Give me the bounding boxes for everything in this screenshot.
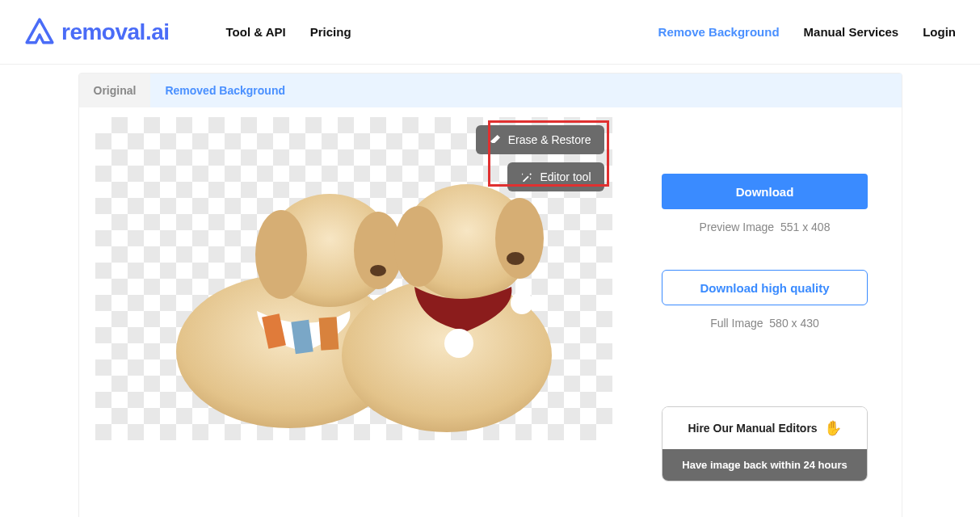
nav-tool-api[interactable]: Tool & API xyxy=(226,25,286,39)
result-tabs: Original Removed Background xyxy=(79,74,902,107)
magic-wand-icon xyxy=(520,170,533,183)
svg-point-7 xyxy=(495,198,544,279)
nav-manual-services[interactable]: Manual Services xyxy=(804,25,899,39)
tab-original[interactable]: Original xyxy=(79,74,151,107)
hand-icon: ✋ xyxy=(824,419,842,437)
header: removal.ai Tool & API Pricing Remove Bac… xyxy=(0,0,980,65)
editor-tool-label: Editor tool xyxy=(540,170,591,183)
svg-point-14 xyxy=(511,292,533,314)
tab-removed-background[interactable]: Removed Background xyxy=(150,74,300,107)
download-sidebar: Download Preview Image 551 x 408 Downloa… xyxy=(645,117,885,505)
nav-remove-background[interactable]: Remove Background xyxy=(658,25,780,39)
svg-point-9 xyxy=(507,252,524,265)
full-dimensions: Full Image 580 x 430 xyxy=(645,317,885,330)
preview-dimensions: Preview Image 551 x 408 xyxy=(645,221,885,233)
logo-icon xyxy=(24,17,55,48)
nav-login[interactable]: Login xyxy=(923,25,956,39)
svg-point-2 xyxy=(255,210,307,299)
hire-editors-subtitle: Have image back within 24 hours xyxy=(662,449,867,481)
svg-rect-12 xyxy=(318,317,339,350)
download-hq-button[interactable]: Download high quality xyxy=(662,270,868,305)
nav-pricing[interactable]: Pricing xyxy=(310,25,351,39)
hire-editors-box[interactable]: Hire Our Manual Editors ✋ Have image bac… xyxy=(662,406,868,481)
hire-editors-title-row: Hire Our Manual Editors ✋ xyxy=(662,407,867,449)
result-panel: Original Removed Background xyxy=(78,73,902,517)
brand-logo[interactable]: removal.ai xyxy=(24,17,170,48)
hire-editors-title: Hire Our Manual Editors xyxy=(688,422,817,435)
brand-text: removal.ai xyxy=(61,19,170,45)
nav-right: Remove Background Manual Services Login xyxy=(658,25,956,39)
erase-restore-button[interactable]: Erase & Restore xyxy=(476,125,604,154)
overlay-button-group: Erase & Restore Editor tool xyxy=(476,125,604,191)
image-preview-area: Erase & Restore Editor tool xyxy=(95,117,612,505)
download-button[interactable]: Download xyxy=(662,174,868,209)
result-content: Erase & Restore Editor tool Download Pre… xyxy=(79,107,902,505)
nav-left: Tool & API Pricing xyxy=(226,25,351,39)
editor-tool-button[interactable]: Editor tool xyxy=(507,162,604,191)
eraser-icon xyxy=(489,133,502,146)
svg-point-13 xyxy=(444,329,473,358)
svg-point-8 xyxy=(370,265,386,276)
svg-point-6 xyxy=(394,206,443,287)
erase-restore-label: Erase & Restore xyxy=(508,133,591,146)
